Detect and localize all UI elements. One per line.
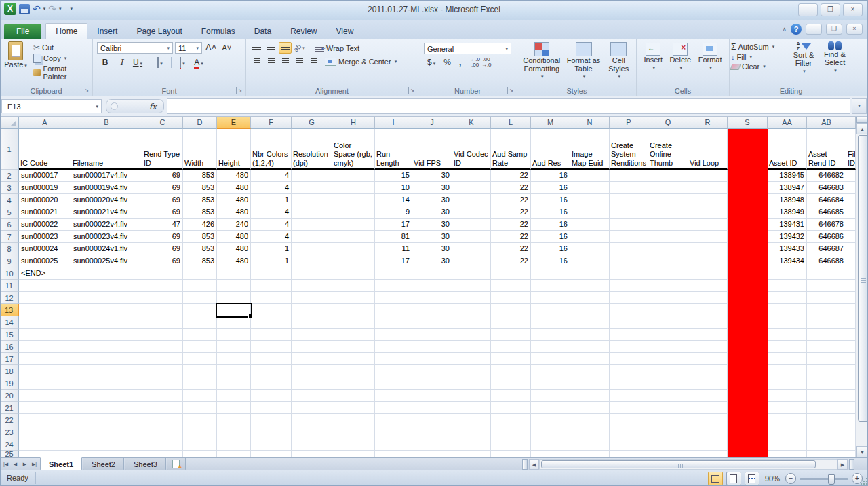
font-color-button[interactable]: A [192, 57, 205, 68]
vertical-scroll-thumb[interactable] [858, 135, 868, 422]
cell-Q8[interactable] [648, 243, 688, 255]
cell-P4[interactable] [610, 194, 648, 206]
select-all-corner[interactable] [0, 117, 19, 129]
cell-E20[interactable] [217, 390, 251, 402]
tab-split-handle[interactable] [522, 459, 528, 470]
zoom-slider-thumb[interactable] [828, 474, 835, 485]
decrease-indent-button[interactable] [293, 56, 306, 67]
font-size-select[interactable]: 11▾ [175, 42, 202, 54]
cell-L22[interactable] [491, 414, 531, 426]
column-header-K[interactable]: K [452, 117, 491, 129]
italic-button[interactable]: I [115, 57, 128, 68]
cell-I21[interactable] [375, 402, 412, 414]
cell-R2[interactable] [688, 170, 728, 182]
grow-font-button[interactable]: A˄ [204, 42, 218, 53]
cell-N4[interactable] [570, 194, 610, 206]
cell-L3[interactable]: 22 [491, 182, 531, 194]
number-format-select[interactable]: General▾ [424, 43, 511, 54]
cell-D22[interactable] [183, 414, 217, 426]
cell-AA24[interactable] [768, 438, 807, 451]
cell-F25[interactable] [251, 451, 292, 457]
cell-AC16[interactable] [846, 341, 856, 353]
cell-F20[interactable] [251, 390, 292, 402]
page-break-view-button[interactable] [745, 472, 760, 485]
cell-B6[interactable]: sun000022v4.flv [71, 219, 142, 231]
cell-AB18[interactable] [807, 365, 846, 377]
cell-AC8[interactable] [846, 243, 856, 255]
align-right-button[interactable] [279, 56, 292, 67]
cell-M6[interactable]: 16 [531, 219, 570, 231]
cell-E5[interactable]: 480 [217, 206, 251, 219]
cell-K22[interactable] [452, 414, 491, 426]
cell-D19[interactable] [183, 377, 217, 390]
cell-P25[interactable] [610, 451, 648, 457]
cell-AA20[interactable] [768, 390, 807, 402]
cell-R19[interactable] [688, 377, 728, 390]
cell-F18[interactable] [251, 365, 292, 377]
cell-R15[interactable] [688, 329, 728, 341]
cell-Q10[interactable] [648, 267, 688, 280]
cell-N23[interactable] [570, 426, 610, 438]
cell-N20[interactable] [570, 390, 610, 402]
cell-I23[interactable] [375, 426, 412, 438]
cell-L21[interactable] [491, 402, 531, 414]
font-dialog-launcher-icon[interactable]: ↘ [236, 87, 243, 94]
format-cells-button[interactable]: Format [698, 43, 722, 72]
cell-Q6[interactable] [648, 219, 688, 231]
cell-AA23[interactable] [768, 426, 807, 438]
cell-AA15[interactable] [768, 329, 807, 341]
middle-align-button[interactable] [264, 42, 277, 54]
cell-AB22[interactable] [807, 414, 846, 426]
cell-R14[interactable] [688, 316, 728, 329]
cell-R13[interactable] [688, 304, 728, 316]
cell-K25[interactable] [452, 451, 491, 457]
cell-M20[interactable] [531, 390, 570, 402]
cell-AB5[interactable]: 646685 [807, 206, 846, 219]
cell-G22[interactable] [292, 414, 332, 426]
cell-K15[interactable] [452, 329, 491, 341]
wrap-text-button[interactable]: Wrap Text [313, 43, 361, 53]
cell-C17[interactable] [142, 353, 183, 365]
cell-R25[interactable] [688, 451, 728, 457]
cell-AA8[interactable]: 139433 [768, 243, 807, 255]
cell-G7[interactable] [292, 231, 332, 243]
cell-J21[interactable] [412, 402, 452, 414]
cell-P5[interactable] [610, 206, 648, 219]
cell-P14[interactable] [610, 316, 648, 329]
cell-F14[interactable] [251, 316, 292, 329]
cell-F2[interactable]: 4 [251, 170, 292, 182]
cell-AA18[interactable] [768, 365, 807, 377]
cell-N19[interactable] [570, 377, 610, 390]
cell-C4[interactable]: 69 [142, 194, 183, 206]
cell-G8[interactable] [292, 243, 332, 255]
cell-G17[interactable] [292, 353, 332, 365]
cell-B18[interactable] [71, 365, 142, 377]
cell-A2[interactable]: sun000017 [19, 170, 71, 182]
save-icon[interactable] [19, 4, 30, 14]
column-header-AB[interactable]: AB [807, 117, 846, 129]
cell-F8[interactable]: 1 [251, 243, 292, 255]
row-header-16[interactable]: 16 [0, 341, 19, 353]
column-header-H[interactable]: H [332, 117, 375, 129]
cell-Q19[interactable] [648, 377, 688, 390]
cell-R3[interactable] [688, 182, 728, 194]
cell-C16[interactable] [142, 341, 183, 353]
cell-G2[interactable] [292, 170, 332, 182]
cell-J6[interactable]: 30 [412, 219, 452, 231]
format-painter-button[interactable]: Format Painter [31, 64, 92, 81]
cell-D24[interactable] [183, 438, 217, 451]
cell-M7[interactable]: 16 [531, 231, 570, 243]
zoom-level[interactable]: 90% [765, 474, 780, 483]
last-sheet-icon[interactable]: ▶| [30, 462, 39, 467]
cell-AA5[interactable]: 138949 [768, 206, 807, 219]
restore-button[interactable]: ❐ [821, 3, 840, 16]
cell-P20[interactable] [610, 390, 648, 402]
cell-Q3[interactable] [648, 182, 688, 194]
cell-J1[interactable]: Vid FPS [412, 129, 452, 170]
cell-P24[interactable] [610, 438, 648, 451]
cell-Q15[interactable] [648, 329, 688, 341]
cell-Q14[interactable] [648, 316, 688, 329]
cell-F7[interactable]: 4 [251, 231, 292, 243]
cell-L10[interactable] [491, 267, 531, 280]
cell-H14[interactable] [332, 316, 375, 329]
